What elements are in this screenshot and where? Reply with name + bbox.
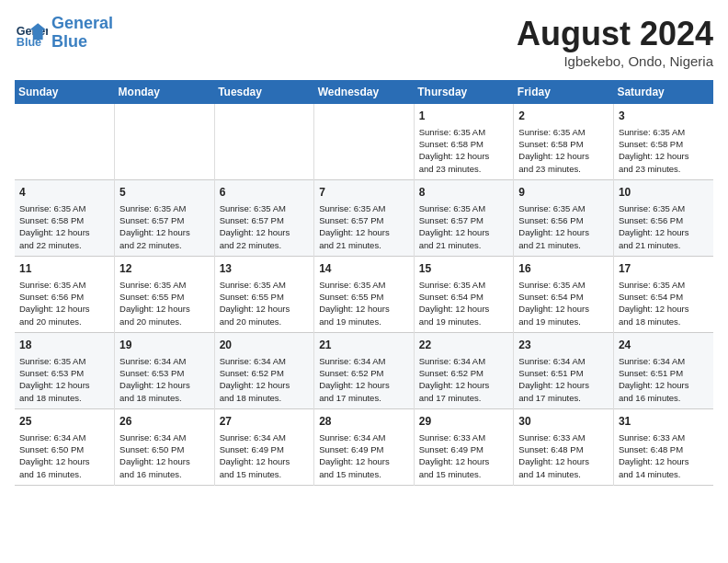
page-header: General Blue General Blue August 2024 Ig…	[15, 15, 713, 69]
calendar-week-row: 1Sunrise: 6:35 AM Sunset: 6:58 PM Daylig…	[15, 104, 713, 179]
calendar-cell: 2Sunrise: 6:35 AM Sunset: 6:58 PM Daylig…	[514, 104, 614, 179]
calendar-cell: 1Sunrise: 6:35 AM Sunset: 6:58 PM Daylig…	[414, 104, 514, 179]
calendar-body: 1Sunrise: 6:35 AM Sunset: 6:58 PM Daylig…	[15, 104, 713, 485]
day-detail: Sunrise: 6:35 AM Sunset: 6:58 PM Dayligh…	[518, 126, 609, 175]
logo: General Blue General Blue	[15, 15, 113, 52]
day-detail: Sunrise: 6:34 AM Sunset: 6:49 PM Dayligh…	[319, 431, 409, 480]
calendar-cell: 16Sunrise: 6:35 AM Sunset: 6:54 PM Dayli…	[514, 256, 614, 332]
day-detail: Sunrise: 6:33 AM Sunset: 6:48 PM Dayligh…	[619, 431, 709, 480]
day-number: 16	[518, 261, 609, 277]
day-detail: Sunrise: 6:35 AM Sunset: 6:55 PM Dayligh…	[319, 279, 409, 327]
day-number: 20	[220, 338, 310, 353]
day-detail: Sunrise: 6:33 AM Sunset: 6:48 PM Dayligh…	[518, 431, 609, 480]
day-detail: Sunrise: 6:34 AM Sunset: 6:50 PM Dayligh…	[119, 431, 210, 480]
day-number: 22	[419, 338, 509, 353]
day-detail: Sunrise: 6:35 AM Sunset: 6:57 PM Dayligh…	[119, 202, 210, 251]
calendar-cell	[214, 104, 314, 179]
weekday-header: Tuesday	[214, 80, 314, 104]
day-number: 10	[619, 185, 709, 201]
day-detail: Sunrise: 6:35 AM Sunset: 6:58 PM Dayligh…	[619, 126, 709, 175]
calendar-cell: 27Sunrise: 6:34 AM Sunset: 6:49 PM Dayli…	[214, 408, 314, 485]
calendar-header: SundayMondayTuesdayWednesdayThursdayFrid…	[15, 80, 713, 104]
weekday-header: Thursday	[414, 80, 514, 104]
day-detail: Sunrise: 6:35 AM Sunset: 6:54 PM Dayligh…	[518, 279, 609, 327]
day-detail: Sunrise: 6:34 AM Sunset: 6:51 PM Dayligh…	[518, 355, 609, 404]
calendar-cell: 30Sunrise: 6:33 AM Sunset: 6:48 PM Dayli…	[514, 408, 614, 485]
day-detail: Sunrise: 6:35 AM Sunset: 6:54 PM Dayligh…	[419, 279, 509, 327]
day-number: 7	[319, 185, 409, 201]
calendar-cell: 18Sunrise: 6:35 AM Sunset: 6:53 PM Dayli…	[15, 332, 115, 408]
calendar-cell: 5Sunrise: 6:35 AM Sunset: 6:57 PM Daylig…	[115, 179, 215, 256]
calendar-cell: 21Sunrise: 6:34 AM Sunset: 6:52 PM Dayli…	[314, 332, 415, 408]
day-detail: Sunrise: 6:34 AM Sunset: 6:50 PM Dayligh…	[19, 431, 109, 480]
calendar-cell: 12Sunrise: 6:35 AM Sunset: 6:55 PM Dayli…	[115, 256, 215, 332]
calendar-cell	[314, 104, 415, 179]
day-detail: Sunrise: 6:34 AM Sunset: 6:52 PM Dayligh…	[220, 355, 310, 404]
day-number: 28	[319, 414, 409, 430]
calendar-cell: 15Sunrise: 6:35 AM Sunset: 6:54 PM Dayli…	[414, 256, 514, 332]
day-detail: Sunrise: 6:35 AM Sunset: 6:58 PM Dayligh…	[19, 202, 109, 251]
day-number: 29	[419, 414, 509, 430]
day-detail: Sunrise: 6:34 AM Sunset: 6:49 PM Dayligh…	[220, 431, 310, 480]
day-number: 12	[119, 261, 210, 277]
day-detail: Sunrise: 6:34 AM Sunset: 6:53 PM Dayligh…	[119, 355, 210, 404]
day-number: 11	[19, 261, 109, 277]
title-area: August 2024 Igbekebo, Ondo, Nigeria	[517, 15, 713, 69]
calendar-cell: 6Sunrise: 6:35 AM Sunset: 6:57 PM Daylig…	[214, 179, 314, 256]
day-number: 5	[119, 185, 210, 201]
day-detail: Sunrise: 6:35 AM Sunset: 6:54 PM Dayligh…	[619, 279, 709, 327]
day-number: 15	[419, 261, 509, 277]
calendar-week-row: 18Sunrise: 6:35 AM Sunset: 6:53 PM Dayli…	[15, 332, 713, 408]
calendar-cell: 25Sunrise: 6:34 AM Sunset: 6:50 PM Dayli…	[15, 408, 115, 485]
calendar-cell: 10Sunrise: 6:35 AM Sunset: 6:56 PM Dayli…	[613, 179, 713, 256]
day-number: 25	[19, 414, 109, 430]
calendar-table: SundayMondayTuesdayWednesdayThursdayFrid…	[15, 80, 713, 486]
calendar-cell: 19Sunrise: 6:34 AM Sunset: 6:53 PM Dayli…	[115, 332, 215, 408]
day-detail: Sunrise: 6:35 AM Sunset: 6:56 PM Dayligh…	[518, 202, 609, 251]
day-detail: Sunrise: 6:34 AM Sunset: 6:52 PM Dayligh…	[319, 355, 409, 404]
calendar-week-row: 11Sunrise: 6:35 AM Sunset: 6:56 PM Dayli…	[15, 256, 713, 332]
day-number: 24	[619, 338, 709, 353]
day-number: 23	[518, 338, 609, 353]
calendar-week-row: 4Sunrise: 6:35 AM Sunset: 6:58 PM Daylig…	[15, 179, 713, 256]
day-number: 9	[518, 185, 609, 201]
day-number: 6	[220, 185, 310, 201]
calendar-cell: 24Sunrise: 6:34 AM Sunset: 6:51 PM Dayli…	[613, 332, 713, 408]
calendar-cell: 26Sunrise: 6:34 AM Sunset: 6:50 PM Dayli…	[115, 408, 215, 485]
day-number: 21	[319, 338, 409, 353]
day-number: 14	[319, 261, 409, 277]
day-detail: Sunrise: 6:34 AM Sunset: 6:52 PM Dayligh…	[419, 355, 509, 404]
month-title: August 2024	[517, 15, 713, 53]
calendar-cell: 20Sunrise: 6:34 AM Sunset: 6:52 PM Dayli…	[214, 332, 314, 408]
day-number: 30	[518, 414, 609, 430]
calendar-cell: 14Sunrise: 6:35 AM Sunset: 6:55 PM Dayli…	[314, 256, 415, 332]
day-detail: Sunrise: 6:35 AM Sunset: 6:57 PM Dayligh…	[319, 202, 409, 251]
weekday-header: Wednesday	[314, 80, 415, 104]
day-detail: Sunrise: 6:35 AM Sunset: 6:57 PM Dayligh…	[419, 202, 509, 251]
day-number: 13	[220, 261, 310, 277]
calendar-cell	[115, 104, 215, 179]
day-number: 31	[619, 414, 709, 430]
calendar-cell: 29Sunrise: 6:33 AM Sunset: 6:49 PM Dayli…	[414, 408, 514, 485]
calendar-cell: 7Sunrise: 6:35 AM Sunset: 6:57 PM Daylig…	[314, 179, 415, 256]
day-detail: Sunrise: 6:35 AM Sunset: 6:56 PM Dayligh…	[619, 202, 709, 251]
day-detail: Sunrise: 6:35 AM Sunset: 6:57 PM Dayligh…	[220, 202, 310, 251]
day-number: 26	[119, 414, 210, 430]
calendar-week-row: 25Sunrise: 6:34 AM Sunset: 6:50 PM Dayli…	[15, 408, 713, 485]
calendar-cell: 22Sunrise: 6:34 AM Sunset: 6:52 PM Dayli…	[414, 332, 514, 408]
calendar-cell: 17Sunrise: 6:35 AM Sunset: 6:54 PM Dayli…	[613, 256, 713, 332]
day-number: 2	[518, 109, 609, 124]
day-number: 4	[19, 185, 109, 201]
calendar-cell: 8Sunrise: 6:35 AM Sunset: 6:57 PM Daylig…	[414, 179, 514, 256]
location: Igbekebo, Ondo, Nigeria	[517, 53, 713, 69]
weekday-header: Sunday	[15, 80, 115, 104]
calendar-cell: 23Sunrise: 6:34 AM Sunset: 6:51 PM Dayli…	[514, 332, 614, 408]
weekday-header: Saturday	[613, 80, 713, 104]
calendar-cell: 28Sunrise: 6:34 AM Sunset: 6:49 PM Dayli…	[314, 408, 415, 485]
day-number: 1	[419, 109, 509, 124]
day-detail: Sunrise: 6:34 AM Sunset: 6:51 PM Dayligh…	[619, 355, 709, 404]
day-number: 3	[619, 109, 709, 124]
day-detail: Sunrise: 6:35 AM Sunset: 6:55 PM Dayligh…	[119, 279, 210, 327]
day-number: 18	[19, 338, 109, 353]
day-detail: Sunrise: 6:35 AM Sunset: 6:56 PM Dayligh…	[19, 279, 109, 327]
